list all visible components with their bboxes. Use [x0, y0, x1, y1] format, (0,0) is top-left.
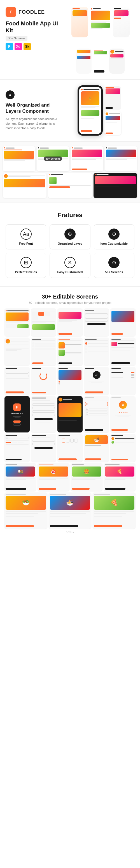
e-screen-food-last: 🍕	[104, 463, 136, 491]
sketch-icon: Sk	[24, 43, 31, 50]
e-screen-menu	[57, 338, 83, 366]
editable-row-5: 🍜	[4, 434, 136, 462]
easy-custom-icon: ✕	[64, 257, 76, 268]
tool-icons-row: F Xd Sk	[6, 43, 62, 50]
e-screen-chat	[31, 338, 56, 366]
e-screen-profile	[4, 338, 30, 366]
e-screen-signup	[84, 308, 109, 336]
phone-mockup-xs2	[93, 49, 108, 74]
e-screen-settings	[110, 367, 136, 395]
editable-row-4: F FOODLEE	[4, 396, 136, 432]
mini-screen-5	[3, 173, 46, 198]
brand-logo-icon: F	[6, 7, 16, 17]
mini-screen-2: 30+ Screens	[37, 146, 69, 171]
free-font-icon: Aa	[20, 228, 32, 240]
e-screen-map	[110, 308, 136, 336]
feature-right: 🍔	[64, 85, 134, 135]
editable-row-1	[4, 308, 136, 336]
phone-mockup-sm	[71, 7, 88, 37]
editable-title: 30+ Editable Screens	[4, 293, 136, 300]
e-screen-notifications	[84, 338, 109, 366]
hero-section: F FOODLEE Food Mobile App UI Kit 30+ Scr…	[0, 0, 140, 79]
mini-screen-6	[48, 173, 92, 198]
screens-badge: 30+ Screens	[6, 36, 27, 41]
editable-section: 30+ Editable Screens 30+ editable screen…	[0, 286, 140, 539]
feature-section: ● Well Organized and Layers Component Al…	[0, 80, 140, 141]
frature-card-free-font: Aa Free Font	[6, 224, 46, 249]
e-screen-otp	[57, 434, 83, 462]
e-screen-category	[31, 308, 56, 336]
screens-count-badge: 30+ Screens	[44, 157, 62, 161]
xd-icon: Xd	[15, 43, 22, 50]
frature-label-free-font: Free Font	[19, 242, 33, 245]
screens-icon: ⊙	[108, 257, 120, 268]
editable-row-3: ✓	[4, 367, 136, 395]
watermark-text: GEXtra	[4, 530, 136, 534]
e-screen-filters	[4, 434, 30, 462]
e-screen-review	[110, 434, 136, 462]
brand-name: FOODLEE	[19, 9, 45, 15]
mini-screen-1	[3, 146, 35, 171]
hero-phone-mockups	[67, 7, 134, 46]
feature-phones: 🍔	[64, 85, 134, 135]
screens-grid-top: 30+ Screens	[3, 146, 137, 171]
hero-title: Food Mobile App UI Kit	[6, 20, 62, 34]
frature-label-organized: Organized Layes	[58, 242, 82, 245]
e-screen-payment	[84, 396, 109, 432]
e-screen-verified: ✓	[84, 367, 109, 395]
e-screen-tall-1: 🥗	[4, 492, 47, 529]
frature-card-screens: ⊙ 50+ Screens	[94, 253, 134, 278]
editable-row-6: 🍱 🍣 🍔 🍕	[4, 463, 136, 491]
fratures-grid: Aa Free Font ⊕ Organized Layes ⊙ Icon Cu…	[6, 224, 134, 278]
fratures-section: Fratures Aa Free Font ⊕ Organized Layes …	[0, 203, 140, 286]
e-screen-signup2	[31, 396, 56, 432]
frature-label-easy-custom: Easy Customized	[57, 270, 83, 274]
editable-subtitle: 30+ editable screens, amazing template f…	[4, 301, 136, 304]
e-screen-burger: 🍔	[71, 463, 102, 491]
frature-label-icon-custom: Icon Customizable	[100, 242, 128, 245]
hero-phone-row2	[67, 49, 134, 74]
phone-mockup-sm2	[113, 7, 130, 37]
frature-card-organized: ⊕ Organized Layes	[50, 224, 90, 249]
phone-mockup-xs3	[109, 49, 124, 74]
editable-row-2	[4, 338, 136, 366]
phone-mockup-xs	[76, 49, 92, 74]
e-screen-cart	[110, 338, 136, 366]
e-screen-chatimg	[57, 396, 83, 432]
icon-custom-icon: ⊙	[108, 228, 120, 240]
frature-label-screens: 50+ Screens	[105, 270, 123, 274]
feature-phones-side	[104, 86, 121, 135]
e-screen-tall-3: 🍕	[93, 492, 136, 529]
e-screen-processing	[31, 367, 56, 395]
e-screen-tracking	[57, 367, 83, 395]
mini-screen-3	[71, 146, 103, 171]
badge-row: 30+ Screens	[6, 36, 62, 41]
perfect-pixeles-icon: ⊞	[20, 257, 32, 268]
frature-card-perfect-pixeles: ⊞ Perfect Pixeles	[6, 253, 46, 278]
frature-card-icon-custom: ⊙ Icon Customizable	[94, 224, 134, 249]
feature-desc: All layers organized for each screen & e…	[6, 117, 60, 131]
figma-icon: F	[6, 43, 13, 50]
e-screen-splash: F FOODLEE	[4, 396, 30, 432]
fratures-title: Fratures	[6, 212, 134, 219]
e-screen-tall-2: 🍜	[49, 492, 92, 529]
e-screen-order	[57, 308, 83, 336]
screens-grid-bottom	[3, 173, 137, 198]
logo-area: F FOODLEE	[6, 7, 62, 17]
phone-mockup-md	[89, 7, 112, 46]
hero-left: F FOODLEE Food Mobile App UI Kit 30+ Scr…	[6, 7, 62, 50]
organized-icon: ⊕	[64, 228, 76, 240]
screens-showcase: 30+ Screens	[0, 142, 140, 203]
e-screen-sushi1: 🍱	[4, 463, 36, 491]
feature-left: ● Well Organized and Layers Component Al…	[6, 90, 60, 131]
e-screen-rating: ★ ★★★★★	[110, 396, 136, 432]
feature-phone-main: 🍔	[77, 85, 103, 135]
e-screen-home	[4, 308, 30, 336]
mini-screen-4	[105, 146, 138, 171]
e-screen-password	[31, 434, 56, 462]
mini-screen-7	[94, 173, 137, 198]
hero-right	[67, 7, 134, 74]
feature-badge-icon: ●	[6, 90, 15, 99]
editable-row-7: 🥗 🍜 🍕	[4, 492, 136, 529]
e-screen-checkout	[4, 367, 30, 395]
